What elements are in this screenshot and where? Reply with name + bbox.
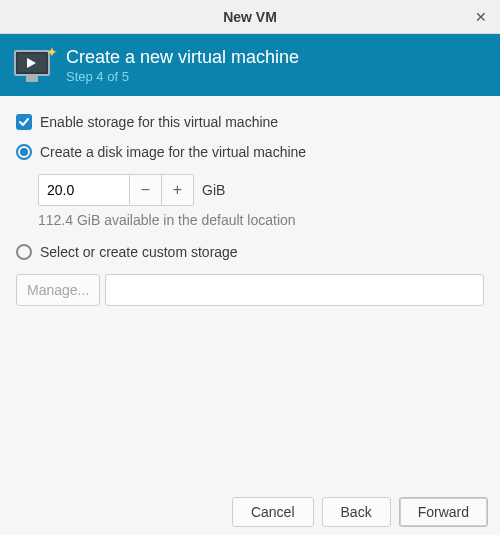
create-disk-radio[interactable] [16,144,32,160]
banner-title: Create a new virtual machine [66,47,299,68]
enable-storage-checkbox[interactable] [16,114,32,130]
storage-path-input[interactable] [105,274,484,306]
vm-monitor-icon: ✦ [14,48,54,82]
size-unit-label: GiB [202,182,225,198]
window-title: New VM [223,9,277,25]
forward-button[interactable]: Forward [399,497,488,527]
custom-storage-label: Select or create custom storage [40,244,238,260]
decrement-button[interactable]: − [130,174,162,206]
titlebar: New VM ✕ [0,0,500,34]
back-button[interactable]: Back [322,497,391,527]
available-space-hint: 112.4 GiB available in the default locat… [38,212,484,228]
footer: Cancel Back Forward [0,489,500,535]
manage-button[interactable]: Manage... [16,274,100,306]
close-icon[interactable]: ✕ [472,8,490,26]
increment-button[interactable]: + [162,174,194,206]
enable-storage-label: Enable storage for this virtual machine [40,114,278,130]
check-icon [18,116,30,128]
create-disk-label: Create a disk image for the virtual mach… [40,144,306,160]
banner-step: Step 4 of 5 [66,69,299,84]
custom-storage-radio[interactable] [16,244,32,260]
cancel-button[interactable]: Cancel [232,497,314,527]
content-area: Enable storage for this virtual machine … [0,96,500,324]
wizard-banner: ✦ Create a new virtual machine Step 4 of… [0,34,500,96]
disk-size-input[interactable] [38,174,130,206]
